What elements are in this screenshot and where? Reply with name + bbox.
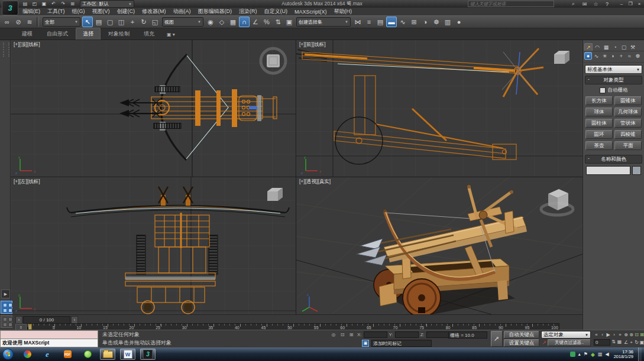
ribbon-minimize-icon[interactable]: ▣ ▾ bbox=[162, 32, 180, 40]
scripting-line[interactable]: 欢迎使用 MAXScript bbox=[0, 339, 98, 347]
object-name-field[interactable] bbox=[586, 166, 630, 175]
lights-icon[interactable]: ☀ bbox=[601, 52, 609, 60]
primitive-button[interactable]: 管状体 bbox=[614, 119, 642, 128]
ribbon-tab[interactable]: 建模 bbox=[15, 28, 39, 40]
orbit-icon[interactable]: ↻ bbox=[634, 339, 639, 346]
taskbar-pdf-app[interactable]: PDF bbox=[60, 349, 75, 360]
taskbar-word[interactable]: W bbox=[120, 349, 135, 360]
communication-center-icon[interactable]: ✉ bbox=[581, 1, 588, 7]
display-tab[interactable]: ▢ bbox=[620, 43, 628, 51]
viewport-top[interactable]: [+][顶][线框] y x z bbox=[11, 40, 296, 177]
primitive-button[interactable]: 几何球体 bbox=[614, 108, 642, 116]
rendered-frame-icon[interactable]: ▥ bbox=[442, 17, 453, 27]
network-icon[interactable]: ▥ bbox=[598, 352, 603, 357]
select-and-link-icon[interactable]: ∞ bbox=[2, 17, 12, 27]
key-mode-dropdown[interactable]: 选定对象 ▼ bbox=[541, 331, 591, 339]
curve-editor-icon[interactable]: ∿ bbox=[397, 17, 408, 27]
infocenter-search-icon[interactable]: ⌕ bbox=[569, 1, 577, 7]
layer-manager-icon[interactable]: ▤ bbox=[375, 17, 386, 27]
snap-toggle-icon[interactable]: ∩ bbox=[239, 17, 250, 27]
set-keys-button[interactable]: ⊸ bbox=[491, 331, 503, 347]
show-desktop-button[interactable] bbox=[638, 347, 642, 361]
bind-to-space-warp-icon[interactable]: ≋ bbox=[24, 17, 35, 27]
frame-spinner[interactable]: ⇅ bbox=[611, 339, 616, 346]
restore-button[interactable]: ❐ bbox=[627, 1, 633, 7]
select-and-manipulate-icon[interactable]: ◇ bbox=[216, 17, 227, 27]
left-view-wireframe[interactable] bbox=[11, 177, 296, 314]
menu-item[interactable]: 渲染(R) bbox=[235, 8, 261, 15]
geometry-icon[interactable]: ● bbox=[584, 52, 592, 60]
expand-panel-button[interactable]: ▶ bbox=[1, 290, 10, 298]
selection-filter-dropdown[interactable]: 全部▼ bbox=[43, 17, 80, 27]
viewport-label-left[interactable]: [+][左][线框] bbox=[14, 178, 40, 186]
modify-tab[interactable]: ◠ bbox=[593, 43, 601, 51]
select-by-name-icon[interactable]: ▤ bbox=[93, 17, 104, 27]
ribbon-tab[interactable]: 填充 bbox=[137, 28, 161, 40]
utilities-tab[interactable]: ⚒ bbox=[629, 43, 637, 51]
menu-item[interactable]: 工具(T) bbox=[44, 8, 69, 15]
previous-frame-icon[interactable]: ‹ bbox=[600, 331, 605, 338]
favorites-icon[interactable]: ☆ bbox=[592, 1, 600, 7]
ribbon-tab[interactable]: 对象绘制 bbox=[102, 28, 136, 40]
cameras-icon[interactable]: ◗ bbox=[609, 52, 617, 60]
rectangular-selection-icon[interactable]: ▢ bbox=[105, 17, 115, 27]
menu-item[interactable]: 组(G) bbox=[69, 8, 89, 15]
menu-item[interactable]: 修改器(M) bbox=[138, 8, 170, 15]
unlink-selection-icon[interactable]: ⊘ bbox=[13, 17, 24, 27]
zoom-extents-icon[interactable]: ⊡ bbox=[634, 331, 639, 339]
help-icon[interactable]: ? bbox=[603, 1, 611, 7]
pan-icon[interactable]: + bbox=[629, 339, 634, 346]
y-coordinate-field[interactable] bbox=[395, 331, 419, 338]
mirror-icon[interactable]: ⋈ bbox=[352, 17, 363, 27]
minimize-button[interactable]: – bbox=[619, 1, 624, 7]
viewport-perspective[interactable]: [+][透视][真实] z bbox=[296, 177, 582, 314]
keyboard-override-icon[interactable]: ▦ bbox=[228, 17, 238, 27]
go-to-start-icon[interactable]: « bbox=[594, 331, 599, 338]
key-filters-button[interactable]: 关键点过滤器.. bbox=[548, 339, 591, 346]
z-coordinate-field[interactable] bbox=[426, 331, 450, 338]
current-frame-field[interactable]: 0 bbox=[594, 339, 610, 346]
next-frame-icon[interactable]: › bbox=[611, 331, 617, 338]
transform-gizmo-icon[interactable]: ⊞ bbox=[348, 331, 355, 338]
viewport-label-perspective[interactable]: [+][透视][真实] bbox=[299, 178, 331, 186]
viewcube[interactable] bbox=[265, 186, 285, 203]
viewport-label-top[interactable]: [+][顶][线框] bbox=[14, 41, 40, 48]
primitive-button[interactable]: 圆锥体 bbox=[614, 96, 642, 105]
selection-lock-icon[interactable]: ⊡ bbox=[339, 331, 346, 338]
primitive-button[interactable]: 长方体 bbox=[585, 96, 613, 105]
primitive-button[interactable]: 平面 bbox=[614, 141, 642, 150]
open-file-icon[interactable]: ◰ bbox=[31, 1, 38, 7]
isolate-selection-icon[interactable]: ◎ bbox=[330, 331, 337, 338]
named-selection-sets-dropdown[interactable]: 创建选择集▼ bbox=[296, 17, 351, 27]
menu-item[interactable]: 帮助(H) bbox=[331, 8, 356, 15]
tray-app-icon[interactable] bbox=[570, 352, 575, 357]
viewport-label-front[interactable]: [+][前][线框] bbox=[299, 41, 326, 48]
ribbon-tab[interactable]: 选择 bbox=[76, 28, 101, 40]
set-key-button[interactable]: 设置关键点 bbox=[504, 339, 539, 347]
select-and-rotate-icon[interactable]: ↻ bbox=[138, 17, 149, 27]
align-icon[interactable]: ≡ bbox=[364, 17, 374, 27]
save-file-icon[interactable]: ▣ bbox=[40, 1, 48, 7]
schematic-view-icon[interactable]: ⊞ bbox=[409, 17, 419, 27]
ribbon-tab[interactable]: 自由形式 bbox=[40, 28, 75, 40]
primitive-button[interactable]: 圆柱体 bbox=[585, 119, 613, 128]
use-pivot-center-icon[interactable]: ◉ bbox=[205, 17, 216, 27]
helpers-icon[interactable]: + bbox=[617, 52, 625, 60]
viewport-layout-tab-1[interactable] bbox=[1, 301, 12, 314]
primitive-button[interactable]: 圆环 bbox=[585, 130, 613, 139]
menu-item[interactable]: 自定义(U) bbox=[261, 8, 292, 15]
viewcube[interactable] bbox=[258, 46, 289, 76]
primitive-button[interactable]: 球体 bbox=[585, 108, 613, 116]
action-center-flag-icon[interactable]: ⚑ bbox=[584, 352, 588, 357]
taskbar-app-colorful[interactable] bbox=[20, 349, 35, 360]
viewport-left[interactable]: [+][左][线框] y x z bbox=[11, 177, 296, 314]
menu-item[interactable]: 编辑(E) bbox=[19, 8, 44, 15]
tray-shield-icon[interactable]: ◆ bbox=[591, 352, 595, 357]
rollout-header[interactable]: - 名称和颜色 bbox=[585, 155, 642, 164]
dock-grip[interactable] bbox=[3, 43, 9, 57]
window-crossing-icon[interactable]: ◫ bbox=[116, 17, 127, 27]
field-of-view-icon[interactable]: ∠ bbox=[623, 339, 629, 346]
redo-icon[interactable]: ↷ bbox=[59, 1, 67, 7]
viewcube[interactable] bbox=[552, 48, 572, 66]
viewport-front[interactable]: [+][前][线框] y x z bbox=[296, 40, 582, 177]
